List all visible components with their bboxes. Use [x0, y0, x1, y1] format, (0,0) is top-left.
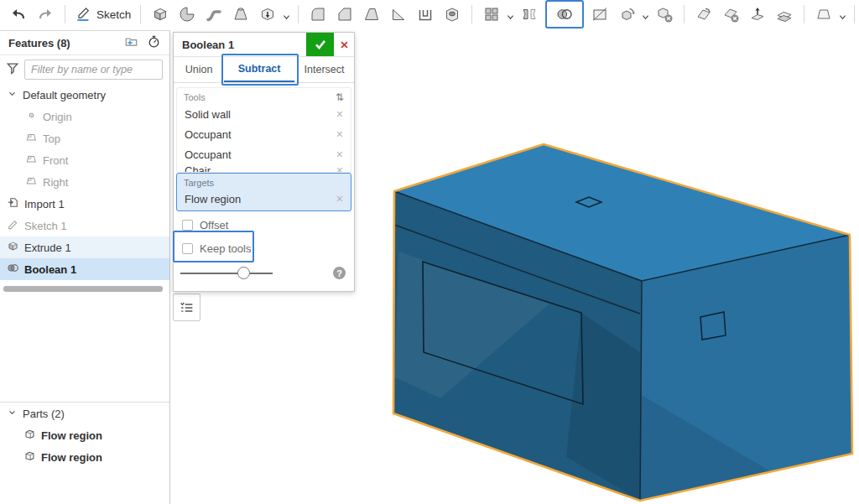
features-title: Features (8) [8, 37, 70, 49]
feature-item-top[interactable]: Top [0, 127, 169, 149]
chevron-down-icon[interactable] [281, 3, 292, 25]
feature-tree: Default geometryOriginTopFrontRightImpor… [0, 84, 169, 280]
accept-button[interactable] [306, 33, 334, 56]
chevron-down-icon[interactable] [505, 3, 516, 25]
feature-item-front[interactable]: Front [0, 149, 169, 171]
split-icon[interactable] [589, 3, 611, 25]
features-panel-header: Features (8) [0, 31, 169, 55]
remove-tool-icon[interactable]: × [336, 164, 343, 172]
chevron-down-icon[interactable] [7, 88, 18, 101]
hole-icon[interactable] [441, 3, 463, 25]
fillet-icon[interactable] [307, 3, 329, 25]
redo-icon[interactable] [34, 3, 56, 25]
tab-subtract[interactable]: Subtract [224, 57, 294, 82]
delete-face-icon[interactable] [720, 3, 742, 25]
sweep-icon[interactable] [203, 3, 225, 25]
remove-tool-icon[interactable]: × [336, 108, 343, 120]
part-icon [23, 449, 36, 465]
rollback-bar[interactable] [3, 286, 163, 292]
plane-icon [25, 131, 38, 146]
sketch-button[interactable]: Sketch [75, 3, 131, 25]
tool-item[interactable]: Occupant× [177, 144, 351, 164]
feature-item-label: Front [43, 154, 68, 167]
feature-item-label: Extrude 1 [24, 242, 71, 254]
revolve-icon[interactable] [176, 3, 198, 25]
modify-fillet-icon[interactable] [693, 3, 715, 25]
feature-item-import-1[interactable]: Import 1 [0, 193, 169, 215]
tool-item-label: Occupant [185, 128, 232, 141]
targets-section[interactable]: Targets Flow region × [176, 173, 351, 211]
slider-handle[interactable] [237, 267, 250, 279]
pencil-icon [75, 3, 93, 25]
sketch-label: Sketch [96, 8, 131, 21]
undo-icon[interactable] [8, 3, 29, 25]
transform-icon[interactable] [616, 3, 638, 25]
sort-icon[interactable]: ⇅ [336, 91, 344, 103]
delete-part-icon[interactable] [653, 3, 675, 25]
chevron-down-icon[interactable] [837, 3, 848, 25]
part-item-flow-region[interactable]: Flow region [0, 424, 169, 446]
tab-union[interactable]: Union [174, 57, 224, 82]
mirror-icon[interactable] [518, 3, 540, 25]
remove-target-icon[interactable]: × [336, 193, 343, 205]
boolean-icon[interactable] [545, 0, 584, 29]
feature-item-right[interactable]: Right [0, 171, 169, 193]
features-panel: Features (8) Default geometryOriginTopFr… [0, 30, 170, 504]
filter-input[interactable] [24, 60, 163, 80]
chevron-down-icon[interactable] [7, 407, 18, 420]
chamfer-icon[interactable] [334, 3, 356, 25]
move-face-icon[interactable] [747, 3, 768, 25]
plane-tool-icon[interactable] [813, 3, 835, 25]
tool-item[interactable]: Solid wall× [177, 104, 351, 124]
thicken-icon[interactable] [257, 3, 279, 25]
boolean-icon [7, 262, 19, 277]
targets-label: Targets [184, 178, 214, 188]
feature-item-label: Default geometry [23, 89, 106, 101]
help-icon[interactable]: ? [333, 267, 346, 279]
draft-icon[interactable] [361, 3, 383, 25]
rollback-history-icon[interactable] [147, 34, 161, 51]
chevron-down-icon[interactable] [640, 3, 651, 25]
offset-label: Offset [200, 219, 228, 231]
opacity-slider[interactable] [180, 273, 273, 274]
plane-icon [25, 174, 38, 190]
boolean-feature-dialog: Boolean 1 Union Subtract Intersect Tools… [173, 32, 355, 292]
feature-list-toggle-button[interactable] [173, 294, 200, 321]
target-item[interactable]: Flow region × [177, 189, 351, 209]
extrude-icon [7, 240, 19, 255]
loft-icon[interactable] [230, 3, 252, 25]
feature-item-label: Top [43, 132, 60, 145]
tool-item[interactable]: Occupant× [177, 124, 351, 144]
feature-item-origin[interactable]: Origin [0, 106, 169, 127]
rib-icon[interactable] [388, 3, 409, 25]
toolbar-separator [65, 5, 65, 23]
tool-item[interactable]: Chair× [177, 164, 351, 172]
tool-item-label: Occupant [185, 148, 232, 161]
dialog-titlebar: Boolean 1 [174, 33, 354, 57]
parts-section-header[interactable]: Parts (2) [0, 403, 169, 424]
new-folder-icon[interactable] [124, 34, 138, 51]
linear-pattern-icon[interactable] [481, 3, 502, 25]
replace-face-icon[interactable] [773, 3, 795, 25]
tool-item-label: Chair [185, 164, 211, 172]
keep-tools-checkbox[interactable] [182, 243, 193, 254]
extrude-icon[interactable] [149, 3, 171, 25]
feature-item-default-geometry[interactable]: Default geometry [0, 84, 169, 106]
feature-item-extrude-1[interactable]: Extrude 1 [0, 236, 169, 258]
feature-item-sketch-1[interactable]: Sketch 1 [0, 215, 169, 236]
remove-tool-icon[interactable]: × [336, 128, 343, 140]
filter-row [0, 55, 169, 84]
toolbar-separator [684, 5, 685, 23]
remove-tool-icon[interactable]: × [336, 148, 343, 160]
toolbar-separator [804, 5, 804, 23]
offset-checkbox[interactable] [182, 220, 193, 231]
part-item-flow-region[interactable]: Flow region [0, 446, 169, 468]
shell-icon[interactable] [414, 3, 436, 25]
feature-item-boolean-1[interactable]: Boolean 1 [0, 258, 169, 280]
filter-funnel-icon[interactable] [5, 60, 20, 79]
target-item-label: Flow region [185, 193, 241, 205]
parts-title: Parts (2) [23, 408, 65, 420]
feature-item-label: Right [43, 176, 68, 189]
cancel-button[interactable] [334, 33, 354, 56]
tab-intersect[interactable]: Intersect [294, 57, 354, 82]
